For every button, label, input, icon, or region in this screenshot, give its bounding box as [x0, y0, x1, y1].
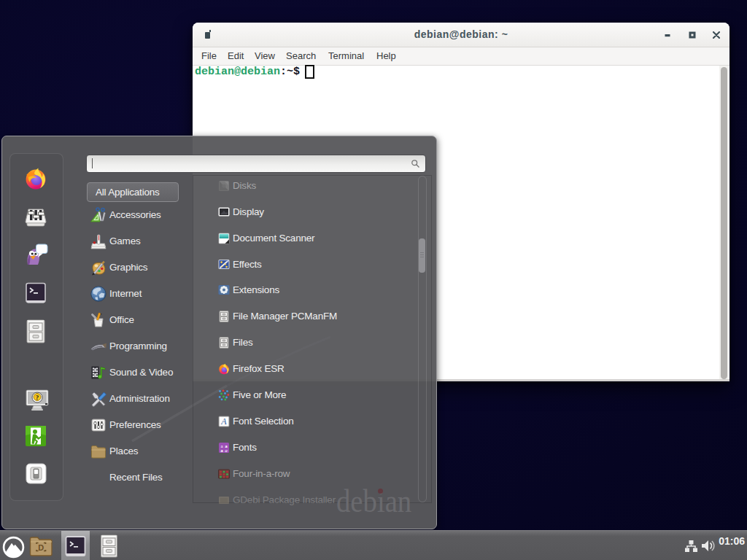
svg-text:a: a [220, 448, 223, 454]
svg-text:?: ? [36, 394, 39, 401]
svg-text:D: D [38, 543, 44, 552]
svg-text:A: A [220, 416, 227, 427]
svg-text:a: a [225, 448, 228, 454]
